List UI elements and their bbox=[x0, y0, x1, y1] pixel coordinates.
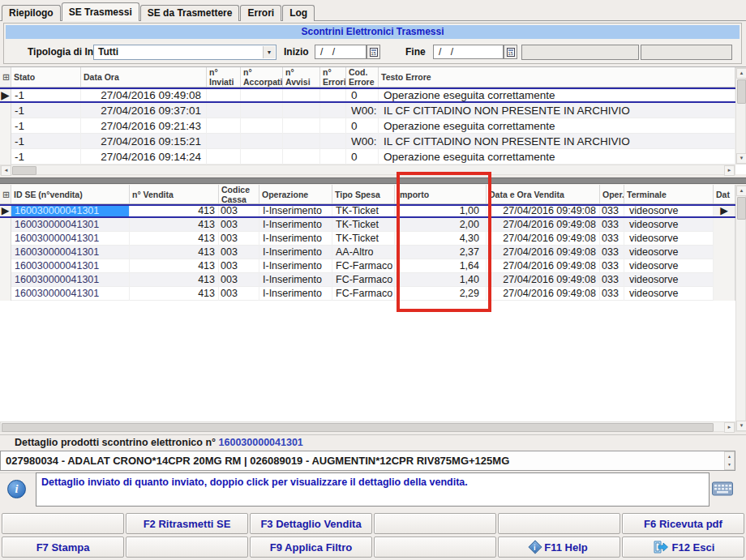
cell-cod-errore: W00: bbox=[346, 134, 379, 149]
scroll-up-icon[interactable]: ▲ bbox=[736, 68, 746, 79]
col-header-codice-cassa[interactable]: Codice Cassa bbox=[219, 185, 259, 203]
scroll-thumb[interactable] bbox=[737, 79, 746, 104]
col-header-n-vendita[interactable]: n° Vendita bbox=[130, 185, 219, 203]
info-message-box[interactable]: Dettaglio inviato di quanto inviato, dop… bbox=[36, 472, 710, 507]
cell-operazione: I-Inserimento bbox=[259, 246, 332, 259]
cell-n-accorpati bbox=[241, 103, 283, 118]
tab-errori[interactable]: Errori bbox=[240, 5, 281, 21]
grid1-horizontal-scrollbar[interactable]: ◄ ► bbox=[0, 165, 735, 175]
keyboard-icon[interactable] bbox=[712, 481, 733, 496]
cell-data-ora: 27/04/2016 09:49:08 bbox=[81, 89, 207, 101]
col-header-dat[interactable]: Dat bbox=[714, 185, 735, 203]
fine-date-input[interactable]: / / bbox=[433, 45, 504, 59]
tipologia-select[interactable]: Tutti ▼ bbox=[93, 45, 277, 60]
cell-tipo-spesa: TK-Ticket bbox=[332, 218, 395, 232]
col-header-data-ora-vendita[interactable]: Data e Ora Vendita bbox=[487, 185, 600, 203]
f12-esci-button[interactable]: F12 Esci bbox=[622, 536, 744, 558]
receipt-line-row[interactable]: 160030000041301413003I-InserimentoFC-Far… bbox=[0, 273, 735, 287]
f11-help-button[interactable]: i F11 Help bbox=[498, 536, 620, 558]
tab-riepilogo[interactable]: Riepilogo bbox=[2, 5, 61, 21]
cell-oper: 033 bbox=[600, 218, 624, 232]
cell-n-vendita: 413 bbox=[130, 287, 219, 301]
transmission-row[interactable]: -127/04/2016 09:21:430Operazione eseguit… bbox=[0, 118, 735, 134]
splitter-handle[interactable] bbox=[0, 177, 746, 184]
fine-calendar-button[interactable] bbox=[504, 45, 517, 59]
detail-receipt-number-value: 160030000041301 bbox=[219, 437, 303, 448]
cell-oper: 033 bbox=[600, 246, 624, 259]
grid2-vertical-scrollbar[interactable]: ▲ ▼ bbox=[735, 185, 746, 432]
col-header-importo[interactable]: Importo bbox=[395, 185, 487, 203]
tab-se-da-trasmettere[interactable]: SE da Trasmettere bbox=[140, 5, 240, 21]
grid1-vertical-scrollbar[interactable]: ▲ ▼ bbox=[735, 67, 746, 165]
col-header-tipo-spesa[interactable]: Tipo Spesa bbox=[332, 185, 395, 203]
grid2-horizontal-scrollbar[interactable]: ► bbox=[0, 421, 735, 432]
col-header-n-errori[interactable]: n° Errori bbox=[320, 67, 346, 87]
cell-testo-errore: Operazione eseguita correttamente bbox=[379, 118, 735, 134]
products-scroll-spinner[interactable]: ▲▼ bbox=[724, 451, 735, 470]
tab-se-trasmessi[interactable]: SE Trasmessi bbox=[62, 2, 139, 21]
info-icon: i bbox=[7, 480, 26, 498]
cell-codice-cassa: 003 bbox=[219, 287, 259, 301]
cell-operazione: I-Inserimento bbox=[259, 273, 332, 287]
row-selector-gutter bbox=[714, 218, 735, 232]
cell-n-vendita: 413 bbox=[130, 246, 219, 259]
receipt-line-row[interactable]: ▶160030000041301413003I-InserimentoTK-Ti… bbox=[0, 204, 735, 218]
col-header-oper[interactable]: Oper. bbox=[600, 185, 624, 203]
col-header-testo-errore[interactable]: Testo Errore bbox=[379, 67, 735, 87]
scroll-thumb[interactable] bbox=[2, 423, 714, 432]
f3-dettaglio-vendita-button[interactable]: F3 Dettaglio Vendita bbox=[250, 513, 372, 534]
expand-all-icon[interactable]: ⊞ bbox=[0, 67, 11, 87]
scroll-left-icon[interactable]: ◄ bbox=[1, 165, 11, 176]
cell-stato: -1 bbox=[11, 134, 81, 149]
cell-terminale: videosorve bbox=[624, 246, 714, 259]
cell-n-errori bbox=[320, 149, 346, 165]
col-header-n-accorpati[interactable]: n° Accorpati bbox=[241, 67, 283, 87]
col-header-terminale[interactable]: Terminale bbox=[624, 185, 714, 203]
receipt-line-row[interactable]: 160030000041301413003I-InserimentoFC-Far… bbox=[0, 287, 735, 301]
scroll-up-icon[interactable]: ▲ bbox=[736, 186, 746, 196]
row-selector-gutter bbox=[714, 246, 735, 259]
col-header-n-inviati[interactable]: n° Inviati bbox=[207, 67, 241, 87]
f2-ritrasmetti-button[interactable]: F2 Ritrasmetti SE bbox=[126, 513, 248, 534]
receipt-line-row[interactable]: 160030000041301413003I-InserimentoTK-Tic… bbox=[0, 232, 735, 246]
transmission-row[interactable]: -127/04/2016 09:14:240Operazione eseguit… bbox=[0, 149, 735, 165]
row-selector-gutter bbox=[714, 259, 735, 273]
row-selector-gutter bbox=[0, 273, 11, 287]
transmission-row[interactable]: -127/04/2016 09:15:21W00:IL CF CITTADINO… bbox=[0, 134, 735, 149]
scroll-right-icon[interactable]: ► bbox=[724, 422, 735, 433]
f9-applica-filtro-button[interactable]: F9 Applica Filtro bbox=[250, 536, 372, 558]
transmission-row[interactable]: ▶-127/04/2016 09:49:080Operazione esegui… bbox=[0, 88, 735, 103]
cell-id-se: 160030000041301 bbox=[11, 218, 130, 232]
chevron-down-icon[interactable]: ▼ bbox=[263, 46, 275, 58]
receipt-line-row[interactable]: 160030000041301413003I-InserimentoAA-Alt… bbox=[0, 246, 735, 259]
col-header-data-ora[interactable]: Data Ora bbox=[81, 67, 207, 87]
f6-ricevuta-pdf-button[interactable]: F6 Ricevuta pdf bbox=[622, 513, 744, 534]
cell-terminale: videosorve bbox=[624, 206, 714, 216]
cell-id-se: 160030000041301 bbox=[11, 206, 130, 216]
cell-terminale: videosorve bbox=[624, 287, 714, 301]
cell-cod-errore: W00: bbox=[346, 103, 379, 118]
scroll-thumb[interactable] bbox=[737, 197, 746, 220]
transmission-row[interactable]: -127/04/2016 09:37:01W00:IL CF CITTADINO… bbox=[0, 103, 735, 118]
tab-log[interactable]: Log bbox=[282, 5, 315, 21]
cell-codice-cassa: 003 bbox=[219, 206, 259, 216]
scroll-thumb[interactable] bbox=[12, 166, 36, 175]
fine-label: Fine bbox=[405, 45, 426, 60]
scroll-down-icon[interactable]: ▼ bbox=[736, 421, 746, 431]
inizio-calendar-button[interactable] bbox=[367, 45, 380, 59]
inizio-date-input[interactable]: / / bbox=[315, 45, 367, 59]
col-header-cod-errore[interactable]: Cod. Errore bbox=[346, 67, 379, 87]
cell-n-accorpati bbox=[241, 134, 283, 149]
f7-stampa-button[interactable]: F7 Stampa bbox=[2, 536, 124, 558]
col-header-stato[interactable]: Stato bbox=[11, 67, 81, 87]
col-header-n-avvisi[interactable]: n° Avvisi bbox=[283, 67, 320, 87]
receipt-line-row[interactable]: 160030000041301413003I-InserimentoFC-Far… bbox=[0, 259, 735, 273]
col-header-operazione[interactable]: Operazione bbox=[259, 185, 332, 203]
receipt-line-row[interactable]: 160030000041301413003I-InserimentoTK-Tic… bbox=[0, 218, 735, 232]
expand-all-icon[interactable]: ⊞ bbox=[0, 185, 11, 203]
cell-testo-errore: IL CF CITTADINO NON PRESENTE IN ARCHIVIO bbox=[379, 103, 735, 118]
scroll-down-icon[interactable]: ▼ bbox=[736, 153, 746, 164]
scroll-right-icon[interactable]: ► bbox=[724, 165, 735, 176]
products-box[interactable]: 027980034 - ADALAT CRONO*14CPR 20MG RM |… bbox=[0, 451, 735, 471]
col-header-id-se[interactable]: ID SE (n°vendita) bbox=[11, 185, 130, 203]
